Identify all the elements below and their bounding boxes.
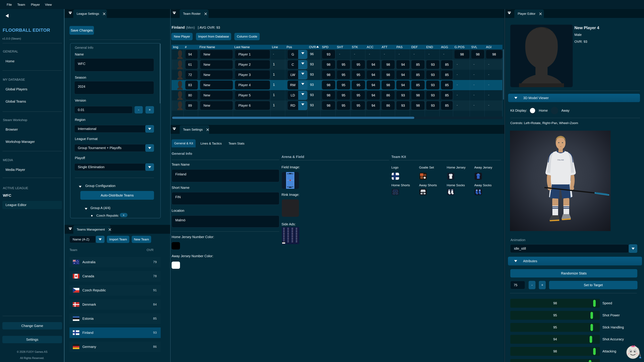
svg-text:FINLAND: FINLAND bbox=[558, 159, 564, 161]
